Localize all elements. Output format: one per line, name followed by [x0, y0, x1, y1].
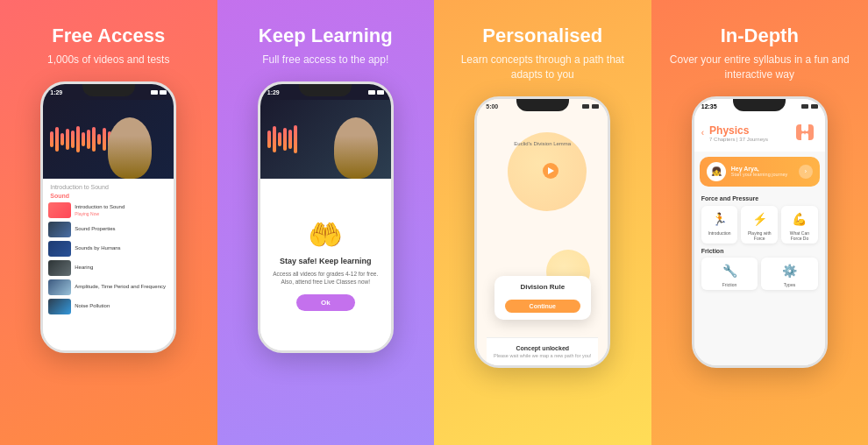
list-item: Sounds by Humans: [48, 241, 168, 257]
p3-division-card: Division Rule Continue: [494, 276, 591, 320]
list-thumb: [48, 241, 71, 257]
phone-4-screen: 12:35 ‹ Physics 7 Chapters | 37 Journeys: [694, 99, 825, 365]
wave-bar: [103, 128, 106, 151]
p3-unlocked-section: Concept unlocked Please wait while we ma…: [487, 337, 598, 365]
panel-1-subtitle: 1,000s of videos and tests: [47, 53, 169, 67]
phone-mockup-1: 1:29: [40, 81, 176, 353]
p3-time: 5:00: [486, 103, 498, 109]
panel-4-title: In-Depth: [721, 25, 799, 47]
phone-2-video: [260, 100, 391, 179]
unlocked-sub: Please wait while we map a new path for …: [494, 353, 591, 358]
p4-status-icons: [801, 104, 818, 109]
list-item: Introduction to Sound Playing Now: [48, 202, 168, 218]
battery-icon: [160, 90, 167, 95]
wave-bar: [288, 130, 292, 149]
topic-label: What Can Force Do: [784, 230, 815, 241]
status-icons-1: [151, 90, 167, 95]
wave-bar: [82, 132, 85, 146]
panel-3-title: Personalised: [482, 25, 602, 47]
p4-topic-force[interactable]: ⚡ Playing with Force: [741, 206, 778, 244]
wifi-icon: [151, 90, 158, 95]
wave-bar: [71, 131, 75, 148]
list-section-label: Sound: [48, 193, 168, 199]
p4-banner-text: Hey Arya, Start your learning journey: [731, 166, 793, 177]
list-item: Hearing: [48, 260, 168, 276]
magnet-icon: [792, 120, 818, 146]
p4-topics: 🏃 Introduction ⚡ Playing with Force 💪 Wh…: [701, 206, 818, 244]
wave-bar: [76, 126, 80, 152]
unlocked-text: Concept unlocked: [494, 345, 591, 351]
list-text: Sounds by Humans: [75, 245, 120, 252]
wifi-icon-3: [582, 104, 589, 109]
battery-icon-3: [592, 104, 599, 109]
friction2-icon: ⚙️: [779, 262, 800, 279]
topic-label: Playing with Force: [743, 230, 775, 241]
p3-map-label: Euclid's Division Lemma: [514, 141, 571, 146]
list-thumb: [48, 202, 71, 218]
p4-banner-title: Hey Arya,: [731, 166, 793, 172]
phone-notch-4: [733, 99, 786, 111]
wifi-icon-4: [801, 104, 808, 109]
wave-bar: [294, 125, 297, 153]
list-item: Sound Properties: [48, 222, 168, 237]
panel-personalised: Personalised Learn concepts through a pa…: [434, 0, 651, 445]
panel-free-access: Free Access 1,000s of videos and tests 1…: [0, 0, 217, 445]
panel-keep-learning: Keep Learning Full free access to the ap…: [217, 0, 435, 445]
p4-section-2-title: Friction: [701, 248, 818, 254]
phone-list-1: Introduction to Sound Sound Introduction…: [43, 179, 174, 350]
phone-1-screen: 1:29: [43, 84, 174, 350]
p4-subject-sub: 7 Chapters | 37 Journeys: [709, 137, 786, 142]
p3-card-title: Division Rule: [505, 283, 580, 291]
modal-title: Stay safe! Keep learning: [280, 257, 372, 265]
phone-mockup-4: 12:35 ‹ Physics 7 Chapters | 37 Journeys: [692, 96, 828, 368]
p4-topic-friction-1[interactable]: 🔧 Friction: [701, 258, 758, 290]
modal-overlay: 🤲 Stay safe! Keep learning Access all vi…: [260, 179, 391, 350]
list-thumb: [48, 222, 71, 237]
battery-icon-4: [811, 104, 818, 109]
panel-4-subtitle: Cover your entire syllabus in a fun and …: [667, 53, 853, 82]
panel-1-title: Free Access: [52, 25, 165, 47]
panel-2-subtitle: Full free access to the app!: [262, 53, 388, 67]
list-item: Amplitude, Time Period and Frequency: [48, 279, 168, 295]
wave-bar: [87, 130, 90, 149]
video-person-2: [334, 117, 378, 179]
phone-2-screen: 1:29 🤲 Stay safe! Keep: [260, 84, 391, 350]
status-time-2: 1:29: [267, 89, 280, 95]
p4-section-1-title: Force and Pressure: [701, 195, 818, 201]
battery-icon: [377, 90, 384, 95]
friction1-icon: 🔧: [719, 262, 740, 279]
list-item: Noise Pollution: [48, 299, 168, 314]
friction-label-2: Types: [784, 282, 795, 287]
p4-subject-title: Physics: [709, 124, 786, 137]
p3-map-area: Euclid's Division Lemma Division Rule Co…: [477, 115, 608, 337]
arrow-icon[interactable]: ›: [799, 165, 813, 179]
sound-waves: [50, 126, 111, 152]
heart-icon: 🤲: [308, 218, 343, 251]
list-thumb: [48, 299, 71, 314]
force-icon: ⚡: [749, 210, 770, 228]
phone-3-screen: 5:00 Euclid's Division Lemma Division Ru…: [477, 99, 608, 365]
modal-desc: Access all videos for grades 4-12 for fr…: [267, 270, 384, 286]
p4-time: 12:35: [701, 103, 717, 109]
p4-avatar: 👧: [707, 162, 726, 181]
sound-waves-2: [267, 125, 297, 153]
ok-button[interactable]: Ok: [296, 294, 355, 311]
topic-label: Introduction: [708, 230, 731, 236]
intro-icon: 🏃: [709, 210, 730, 228]
list-thumb: [48, 260, 71, 276]
p4-section-friction: Friction 🔧 Friction ⚙️ Types: [694, 245, 825, 293]
wave-bar: [55, 127, 59, 152]
list-thumb: [48, 279, 71, 295]
video-person: [108, 117, 152, 179]
list-item-text: Introduction to Sound Playing Now: [75, 204, 125, 216]
status-time-1: 1:29: [50, 89, 62, 95]
p4-topic-friction-2[interactable]: ⚙️ Types: [761, 258, 818, 290]
list-subtext: Playing Now: [75, 211, 125, 216]
continue-button[interactable]: Continue: [505, 300, 580, 313]
p4-topic-intro[interactable]: 🏃 Introduction: [701, 206, 738, 244]
p4-topic-can-force[interactable]: 💪 What Can Force Do: [781, 206, 818, 244]
p4-banner: 👧 Hey Arya, Start your learning journey …: [700, 157, 820, 187]
back-icon[interactable]: ‹: [701, 128, 704, 138]
wave-bar: [273, 126, 276, 152]
list-text: Amplitude, Time Period and Frequency: [75, 284, 166, 291]
